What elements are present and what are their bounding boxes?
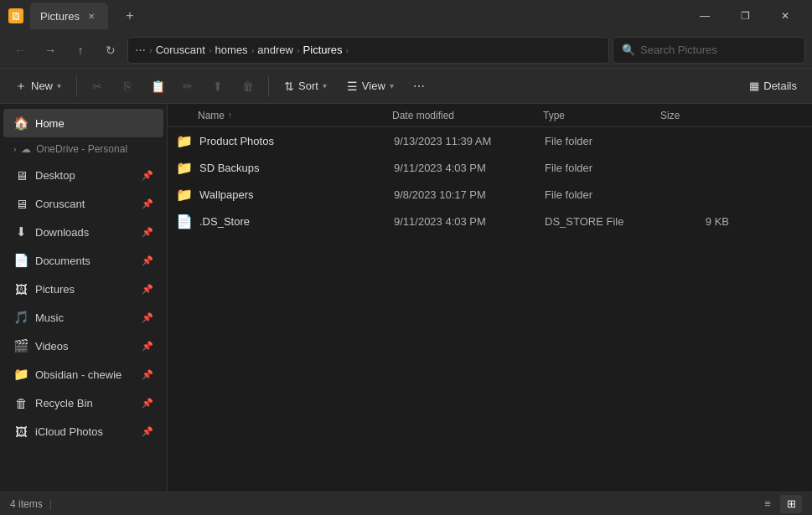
file-type: DS_STORE File <box>545 215 662 228</box>
folder-icon: 📁 <box>176 159 193 176</box>
main-area: 🏠 Home › ☁ OneDrive - Personal 🖥 Desktop… <box>0 104 812 492</box>
sidebar-item-music[interactable]: 🎵 Music 📌 <box>3 303 163 332</box>
breadcrumb-sep-0: › <box>149 45 153 55</box>
breadcrumb-sep-1: › <box>209 45 212 55</box>
sort-label: Sort <box>298 80 318 92</box>
breadcrumb-ellipsis[interactable]: ⋯ <box>135 44 146 56</box>
file-type: File folder <box>545 162 662 174</box>
view-button[interactable]: ☰ View ▾ <box>339 73 402 100</box>
sidebar-item-downloads[interactable]: ⬇ Downloads 📌 <box>3 218 163 246</box>
music-icon: 🎵 <box>13 310 28 325</box>
new-icon: ＋ <box>15 79 27 94</box>
paste-button[interactable]: 📋 <box>144 73 171 100</box>
folder-icon: 📁 <box>176 186 193 203</box>
view-label: View <box>362 80 385 92</box>
folder-icon: 📁 <box>176 132 193 149</box>
cut-button[interactable]: ✂ <box>84 73 111 100</box>
pin-icon-documents: 📌 <box>142 255 153 266</box>
pin-icon-coruscant: 📌 <box>142 198 153 209</box>
col-header-name[interactable]: Name ↑ <box>174 110 392 121</box>
tab-pictures[interactable]: Pictures ✕ <box>30 3 108 29</box>
sort-icon: ⇅ <box>284 80 294 93</box>
file-name: Wallpapers <box>199 188 394 201</box>
toolbar-separator-1 <box>76 76 77 96</box>
icloud-icon: 🖼 <box>13 424 28 439</box>
table-row[interactable]: 📁Product Photos9/13/2023 11:39 AMFile fo… <box>169 127 810 154</box>
col-header-date[interactable]: Date modified <box>392 110 543 121</box>
sidebar: 🏠 Home › ☁ OneDrive - Personal 🖥 Desktop… <box>0 104 168 492</box>
sidebar-label-documents: Documents <box>35 255 135 267</box>
downloads-icon: ⬇ <box>13 224 28 239</box>
breadcrumb-coruscant[interactable]: Coruscant <box>156 44 205 56</box>
sidebar-item-icloud[interactable]: 🖼 iCloud Photos 📌 <box>3 417 163 445</box>
status-separator: | <box>49 498 52 510</box>
sidebar-item-videos[interactable]: 🎬 Videos 📌 <box>3 332 163 360</box>
sidebar-item-pictures[interactable]: 🖼 Pictures 📌 <box>3 275 163 303</box>
search-box[interactable]: 🔍 Search Pictures <box>613 37 805 64</box>
new-tab-button[interactable]: + <box>118 4 142 28</box>
new-label: New <box>31 80 53 92</box>
sidebar-item-coruscant[interactable]: 🖥 Coruscant 📌 <box>3 189 163 218</box>
sidebar-item-desktop[interactable]: 🖥 Desktop 📌 <box>3 161 163 189</box>
grid-view-button[interactable]: ⊞ <box>780 495 802 513</box>
item-count: 4 items <box>10 498 43 510</box>
col-header-size[interactable]: Size <box>660 110 727 121</box>
desktop-icon: 🖥 <box>13 167 28 183</box>
details-button[interactable]: ▦ Details <box>741 73 805 100</box>
col-sort-arrow: ↑ <box>228 111 232 120</box>
recycle-icon: 🗑 <box>13 395 28 410</box>
breadcrumb-homes[interactable]: homes <box>215 44 248 56</box>
list-view-button[interactable]: ≡ <box>757 495 778 513</box>
breadcrumb-sep-2: › <box>251 45 255 55</box>
sidebar-item-documents[interactable]: 📄 Documents 📌 <box>3 246 163 275</box>
up-button[interactable]: ↑ <box>67 37 94 64</box>
pin-icon-icloud: 📌 <box>142 426 153 437</box>
view-toggle: ≡ ⊞ <box>757 495 802 513</box>
more-button[interactable]: ⋯ <box>406 73 432 100</box>
maximize-button[interactable]: ❐ <box>727 4 763 28</box>
sidebar-item-home[interactable]: 🏠 Home <box>3 109 163 137</box>
new-chevron-icon: ▾ <box>57 81 61 90</box>
refresh-button[interactable]: ↻ <box>97 37 124 64</box>
back-button[interactable]: ← <box>7 37 34 64</box>
status-bar: 4 items | ≡ ⊞ <box>0 492 812 515</box>
file-icon: 📄 <box>176 213 193 229</box>
search-placeholder: Search Pictures <box>640 44 717 56</box>
sidebar-label-onedrive: OneDrive - Personal <box>36 143 127 155</box>
delete-button[interactable]: 🗑 <box>235 73 261 100</box>
sort-button[interactable]: ⇅ Sort ▾ <box>276 73 335 100</box>
pin-icon-pictures: 📌 <box>142 284 153 295</box>
file-date: 9/13/2023 11:39 AM <box>394 135 545 147</box>
breadcrumb-andrew[interactable]: andrew <box>257 44 293 56</box>
pin-icon-desktop: 📌 <box>142 170 153 181</box>
tab-label: Pictures <box>40 10 80 23</box>
sidebar-label-downloads: Downloads <box>35 226 135 239</box>
table-row[interactable]: 📁Wallpapers9/8/2023 10:17 PMFile folder <box>169 181 810 208</box>
minimize-button[interactable]: — <box>686 4 723 28</box>
sidebar-onedrive[interactable]: › ☁ OneDrive - Personal <box>3 137 163 161</box>
sidebar-label-home: Home <box>35 117 153 130</box>
file-list: 📁Product Photos9/13/2023 11:39 AMFile fo… <box>168 127 812 492</box>
sidebar-item-obsidian[interactable]: 📁 Obsidian - chewie 📌 <box>3 360 163 389</box>
file-table-header: Name ↑ Date modified Type Size <box>168 104 812 127</box>
forward-button[interactable]: → <box>37 37 64 64</box>
rename-button[interactable]: ✏ <box>174 73 201 100</box>
new-button[interactable]: ＋ New ▾ <box>7 73 70 100</box>
search-icon: 🔍 <box>622 44 635 56</box>
col-type-label: Type <box>543 110 565 121</box>
sidebar-label-recycle: Recycle Bin <box>35 397 135 409</box>
table-row[interactable]: 📄.DS_Store9/11/2023 4:03 PMDS_STORE File… <box>169 208 810 234</box>
breadcrumb[interactable]: ⋯ › Coruscant › homes › andrew › Picture… <box>127 37 609 64</box>
copy-button[interactable]: ⎘ <box>114 73 141 100</box>
sidebar-label-icloud: iCloud Photos <box>35 425 135 438</box>
file-name: Product Photos <box>199 135 394 147</box>
col-header-type[interactable]: Type <box>543 110 660 121</box>
table-row[interactable]: 📁SD Backups9/11/2023 4:03 PMFile folder <box>169 154 810 181</box>
close-button[interactable]: ✕ <box>767 4 804 28</box>
details-icon: ▦ <box>749 80 759 92</box>
sidebar-label-videos: Videos <box>35 340 135 353</box>
share-button[interactable]: ⬆ <box>204 73 231 100</box>
tab-close-button[interactable]: ✕ <box>85 9 98 23</box>
sidebar-item-recycle[interactable]: 🗑 Recycle Bin 📌 <box>3 389 163 417</box>
breadcrumb-pictures[interactable]: Pictures <box>303 44 343 56</box>
